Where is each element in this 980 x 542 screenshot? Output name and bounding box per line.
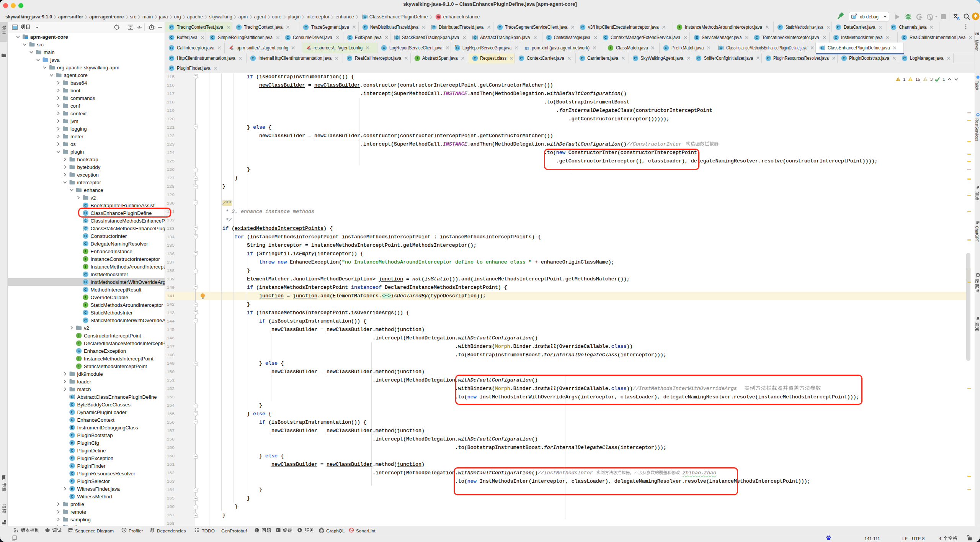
svg-text:C: C xyxy=(71,456,74,460)
svg-text:E: E xyxy=(71,410,73,414)
svg-text:C: C xyxy=(720,46,722,50)
svg-text:C: C xyxy=(756,35,758,39)
svg-text:I: I xyxy=(610,46,611,50)
svg-text:C: C xyxy=(84,241,87,246)
svg-text:C: C xyxy=(892,25,895,29)
svg-text:E: E xyxy=(71,486,73,491)
svg-text:C: C xyxy=(432,25,434,29)
svg-text:C: C xyxy=(364,25,366,29)
svg-text:C: C xyxy=(71,471,74,475)
svg-text:E: E xyxy=(71,425,73,429)
svg-text:C: C xyxy=(237,25,240,29)
svg-text:I: I xyxy=(78,341,80,345)
svg-text:C: C xyxy=(71,418,74,422)
svg-text:C: C xyxy=(71,494,74,498)
svg-text:I: I xyxy=(85,264,86,269)
svg-text:C: C xyxy=(474,36,476,39)
svg-text:I: I xyxy=(679,25,680,29)
svg-text:C: C xyxy=(456,46,459,50)
svg-text:C: C xyxy=(286,35,289,39)
svg-text:C: C xyxy=(547,35,550,39)
svg-text:E: E xyxy=(71,440,73,445)
svg-text:C: C xyxy=(665,46,668,50)
svg-text:C: C xyxy=(170,46,173,50)
svg-text:C: C xyxy=(697,56,700,60)
svg-text:C: C xyxy=(903,56,906,60)
svg-text:C: C xyxy=(71,433,74,437)
svg-text:C: C xyxy=(767,56,769,60)
svg-text:m: m xyxy=(524,45,529,51)
svg-text:C: C xyxy=(84,310,87,314)
svg-text:C: C xyxy=(903,35,906,39)
svg-text:I: I xyxy=(78,364,80,368)
svg-text:C: C xyxy=(84,280,87,284)
svg-text:C: C xyxy=(581,25,584,29)
svg-text:C: C xyxy=(78,349,80,353)
svg-text:I: I xyxy=(85,249,86,253)
svg-text:C: C xyxy=(348,56,351,60)
svg-text:C: C xyxy=(348,35,351,39)
svg-text:C: C xyxy=(71,402,74,406)
svg-text:I: I xyxy=(78,356,80,360)
svg-text:C: C xyxy=(170,56,173,60)
svg-text:I: I xyxy=(85,257,86,261)
svg-text:C: C xyxy=(71,395,73,399)
svg-text:C: C xyxy=(835,35,837,39)
svg-text:C: C xyxy=(581,56,583,60)
svg-text:C: C xyxy=(84,203,87,207)
svg-text:C: C xyxy=(383,46,385,50)
svg-text:C: C xyxy=(170,25,173,29)
svg-text:C: C xyxy=(364,15,366,19)
svg-text:C: C xyxy=(498,25,501,29)
svg-text:A: A xyxy=(957,16,960,21)
svg-text:C: C xyxy=(84,287,87,291)
svg-text:C: C xyxy=(474,56,476,60)
svg-text:C: C xyxy=(170,66,173,70)
svg-text:C: C xyxy=(821,46,823,50)
svg-text:C: C xyxy=(84,272,87,276)
svg-text:C: C xyxy=(520,56,523,60)
svg-text:C: C xyxy=(604,35,607,39)
svg-text:I: I xyxy=(85,295,86,299)
svg-text:C: C xyxy=(71,448,74,452)
svg-text:C: C xyxy=(84,318,87,322)
svg-text:C: C xyxy=(305,25,307,29)
svg-text:I: I xyxy=(416,56,418,60)
svg-text:C: C xyxy=(84,234,87,238)
svg-text:C: C xyxy=(634,56,637,60)
svg-text:C: C xyxy=(396,36,398,39)
svg-text:I: I xyxy=(85,303,86,307)
svg-text:C: C xyxy=(779,25,782,29)
svg-text:m: m xyxy=(437,15,440,19)
svg-text:C: C xyxy=(211,35,214,39)
svg-text:I: I xyxy=(78,333,80,337)
svg-text:C: C xyxy=(84,226,87,230)
svg-text:E: E xyxy=(695,35,697,39)
svg-text:C: C xyxy=(71,463,74,468)
svg-text:C: C xyxy=(71,479,74,483)
svg-text:C: C xyxy=(170,35,173,39)
svg-text:C: C xyxy=(837,25,840,29)
svg-text:C: C xyxy=(84,219,87,223)
svg-text:C: C xyxy=(843,56,845,60)
svg-text:C: C xyxy=(252,56,255,60)
